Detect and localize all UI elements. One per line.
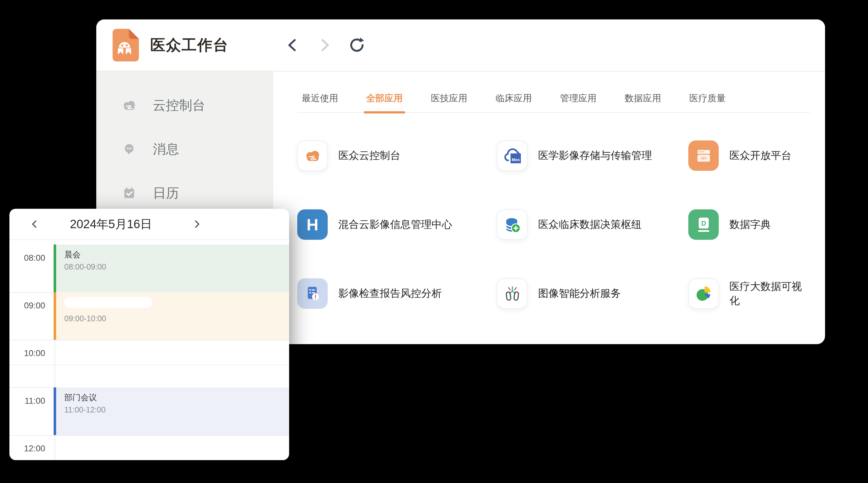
calendar-event-redacted[interactable]: 09:00-10:00 [54,292,289,340]
app-tile-data-dictionary[interactable]: D 数据字典 [688,210,810,240]
redacted-title-pill [64,297,152,308]
sidebar-item-label: 日历 [153,184,179,202]
sidebar-item-cloud-console[interactable]: 云控制台 [96,84,274,127]
hour-line [9,435,289,436]
tab-all-apps[interactable]: 全部应用 [366,92,403,112]
refresh-button[interactable] [346,34,368,56]
time-label: 12:00 [9,445,45,453]
app-tile-clinical-data-hub[interactable]: 医众临床数据决策枢纽 [497,210,688,240]
pie-chart-icon [688,278,719,309]
clinical-database-icon [497,210,527,240]
event-time: 11:00-12:00 [64,405,289,414]
calendar-grid: 08:00 09:00 10:00 11:00 12:00 晨会 08:00-0… [9,240,289,460]
tab-medtech-apps[interactable]: 医技应用 [431,92,467,112]
window-title: 医众工作台 [150,35,228,55]
calendar-event-morning-meeting[interactable]: 晨会 08:00-09:00 [54,245,289,292]
hybrid-h-icon: H [297,210,328,240]
event-time: 08:00-09:00 [64,262,289,271]
app-tile-report-risk-analysis[interactable]: ! 影像检查报告风控分析 [297,278,497,309]
sidebar-item-messages[interactable]: 消息 [96,127,274,171]
browser-nav [282,34,368,56]
app-grid: 医众云控制台 Mos 医学影像存储与传输管理 [297,140,810,309]
cloud-console-icon [297,140,328,171]
time-label: 11:00 [9,397,45,405]
sidebar-item-label: 消息 [153,140,179,158]
calendar-header: 2024年5月16日 [9,209,289,240]
app-label: 影像检查报告风控分析 [338,287,442,300]
time-label: 10:00 [9,349,45,358]
app-label: 医疗大数据可视化 [730,280,810,308]
app-label: 医众临床数据决策枢纽 [538,218,642,232]
calendar-icon [120,184,138,202]
app-tile-cloud-console[interactable]: 医众云控制台 [297,140,497,171]
tab-recent[interactable]: 最近使用 [302,92,338,112]
svg-text:H: H [307,215,319,234]
app-tile-bigdata-visualization[interactable]: 医疗大数据可视化 [688,278,810,309]
chevron-right-icon [316,36,333,54]
app-label: 混合云影像信息管理中心 [338,218,452,232]
calendar-date-label: 2024年5月16日 [42,216,180,232]
event-title: 晨会 [64,250,289,260]
titlebar: 医众工作台 [96,20,825,71]
app-logo-icon [110,28,140,62]
content-area: 最近使用 全部应用 医技应用 临床应用 管理应用 数据应用 医疗质量 [274,71,825,344]
message-icon [120,140,138,158]
tab-clinical-apps[interactable]: 临床应用 [495,92,532,112]
risk-report-icon: ! [297,278,328,309]
svg-text:</>: </> [700,156,707,160]
app-tile-image-ai-service[interactable]: 图像智能分析服务 [497,278,688,309]
dictionary-icon: D [688,210,719,240]
event-title: 部门会议 [64,392,289,403]
tab-data-apps[interactable]: 数据应用 [625,92,661,112]
calendar-event-department-meeting[interactable]: 部门会议 11:00-12:00 [54,387,289,435]
open-platform-icon: </> [688,140,719,171]
calendar-next-button[interactable] [189,217,205,232]
lungs-icon [497,278,527,309]
sidebar-item-label: 云控制台 [153,97,206,114]
app-label: 图像智能分析服务 [538,287,621,300]
cloud-icon [120,96,138,115]
half-hour-line [9,364,289,365]
chevron-left-icon [284,36,301,54]
svg-text:D: D [701,219,706,227]
event-time: 09:00-10:00 [64,314,289,323]
tab-management-apps[interactable]: 管理应用 [560,92,596,112]
refresh-icon [348,36,366,54]
mos-cloud-icon: Mos [497,140,527,171]
app-label: 医众开放平台 [730,149,792,163]
svg-text:Mos: Mos [512,157,520,162]
calendar-panel: 2024年5月16日 08:00 09:00 10:00 11:00 12:00… [9,209,289,460]
time-label: 09:00 [9,301,45,310]
calendar-prev-button[interactable] [27,217,42,232]
hour-line [9,340,289,341]
tab-quality[interactable]: 医疗质量 [689,92,725,112]
forward-button[interactable] [314,34,335,56]
sidebar-item-calendar[interactable]: 日历 [96,171,274,215]
svg-text:!: ! [314,294,316,300]
tab-bar: 最近使用 全部应用 医技应用 临床应用 管理应用 数据应用 医疗质量 [297,92,810,113]
chevron-right-icon [191,218,203,230]
time-label: 08:00 [9,254,45,262]
app-label: 数据字典 [730,218,771,232]
app-tile-imaging-storage[interactable]: Mos 医学影像存储与传输管理 [497,140,688,171]
app-label: 医众云控制台 [338,149,400,163]
app-tile-open-platform[interactable]: </> 医众开放平台 [688,140,810,171]
app-tile-hybrid-cloud-imaging[interactable]: H 混合云影像信息管理中心 [297,210,497,240]
back-button[interactable] [282,34,303,56]
app-label: 医学影像存储与传输管理 [538,149,652,163]
chevron-left-icon [28,218,41,230]
